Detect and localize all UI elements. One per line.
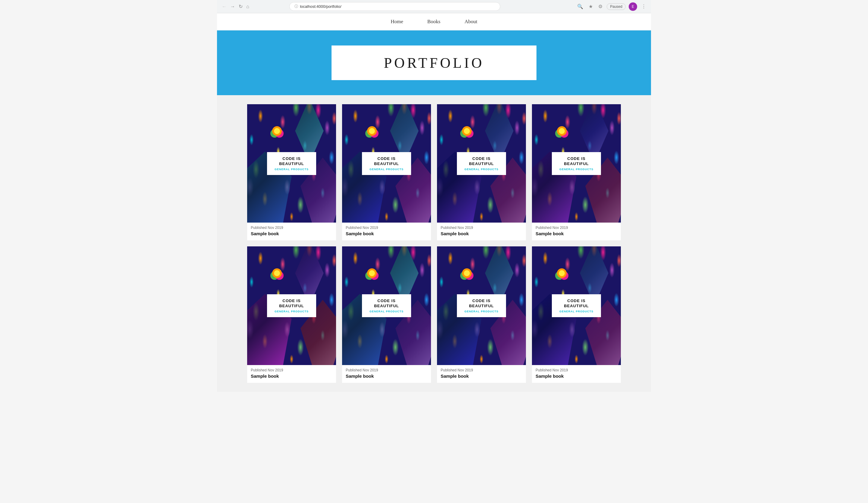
book-published: Published Nov 2019 — [251, 226, 332, 230]
books-section: CODE IS BEAUTIFUL GENERAL PRODUCTS Publi… — [217, 95, 651, 392]
book-label-subtitle: GENERAL PRODUCTS — [272, 168, 310, 171]
book-label-subtitle: GENERAL PRODUCTS — [368, 168, 405, 171]
book-title: Sample book — [441, 374, 522, 379]
book-cover: CODE IS BEAUTIFUL GENERAL PRODUCTS — [437, 247, 526, 365]
site-nav: Home Books About — [217, 13, 651, 30]
book-card[interactable]: CODE IS BEAUTIFUL GENERAL PRODUCTS Publi… — [437, 104, 526, 240]
extension-button[interactable]: ⚙ — [597, 2, 604, 11]
book-label-title: CODE IS BEAUTIFUL — [462, 156, 500, 167]
hero-banner: PORTFOLIO — [217, 30, 651, 95]
hero-title: PORTFOLIO — [355, 54, 513, 71]
books-grid: CODE IS BEAUTIFUL GENERAL PRODUCTS Publi… — [247, 104, 621, 383]
book-label: CODE IS BEAUTIFUL GENERAL PRODUCTS — [552, 152, 601, 175]
profile-initial: E — [632, 4, 634, 9]
book-cover-flower — [464, 270, 470, 276]
book-cover: CODE IS BEAUTIFUL GENERAL PRODUCTS — [532, 247, 621, 365]
book-label-title: CODE IS BEAUTIFUL — [557, 156, 595, 167]
book-info: Published Nov 2019 Sample book — [532, 365, 621, 383]
book-label: CODE IS BEAUTIFUL GENERAL PRODUCTS — [267, 294, 316, 317]
book-info: Published Nov 2019 Sample book — [342, 365, 431, 383]
book-published: Published Nov 2019 — [536, 368, 617, 372]
book-label-subtitle: GENERAL PRODUCTS — [462, 168, 500, 171]
book-card[interactable]: CODE IS BEAUTIFUL GENERAL PRODUCTS Publi… — [532, 104, 621, 240]
book-label: CODE IS BEAUTIFUL GENERAL PRODUCTS — [362, 294, 411, 317]
back-button[interactable]: ← — [220, 3, 228, 10]
book-info: Published Nov 2019 Sample book — [247, 223, 336, 240]
paused-badge[interactable]: Paused — [607, 3, 626, 10]
browser-chrome: ← → ↻ ⌂ ⓘ localhost:4000/portfolio/ 🔍 ★ … — [217, 0, 651, 13]
book-label-title: CODE IS BEAUTIFUL — [272, 156, 310, 167]
url-text: localhost:4000/portfolio/ — [300, 4, 341, 9]
book-cover-flower — [369, 270, 375, 276]
book-card[interactable]: CODE IS BEAUTIFUL GENERAL PRODUCTS Publi… — [342, 247, 431, 383]
search-button[interactable]: 🔍 — [576, 2, 585, 11]
book-label-subtitle: GENERAL PRODUCTS — [557, 310, 595, 313]
book-card[interactable]: CODE IS BEAUTIFUL GENERAL PRODUCTS Publi… — [247, 247, 336, 383]
book-label: CODE IS BEAUTIFUL GENERAL PRODUCTS — [267, 152, 316, 175]
book-label-subtitle: GENERAL PRODUCTS — [462, 310, 500, 313]
profile-button[interactable]: E — [629, 2, 637, 11]
book-published: Published Nov 2019 — [346, 226, 427, 230]
bookmark-button[interactable]: ★ — [587, 2, 594, 11]
nav-books[interactable]: Books — [427, 19, 440, 25]
book-label: CODE IS BEAUTIFUL GENERAL PRODUCTS — [457, 152, 506, 175]
book-title: Sample book — [536, 231, 617, 236]
nav-home[interactable]: Home — [391, 19, 403, 25]
book-label-title: CODE IS BEAUTIFUL — [368, 156, 405, 167]
lock-icon: ⓘ — [294, 4, 298, 9]
book-cover-flower — [274, 128, 280, 134]
forward-button[interactable]: → — [229, 3, 236, 10]
book-title: Sample book — [441, 231, 522, 236]
book-info: Published Nov 2019 Sample book — [247, 365, 336, 383]
book-published: Published Nov 2019 — [536, 226, 617, 230]
book-title: Sample book — [346, 374, 427, 379]
book-title: Sample book — [346, 231, 427, 236]
book-cover: CODE IS BEAUTIFUL GENERAL PRODUCTS — [532, 104, 621, 223]
reload-button[interactable]: ↻ — [238, 3, 244, 10]
book-published: Published Nov 2019 — [346, 368, 427, 372]
book-title: Sample book — [251, 374, 332, 379]
browser-nav-buttons: ← → ↻ ⌂ — [220, 3, 250, 10]
book-label-title: CODE IS BEAUTIFUL — [557, 298, 595, 309]
book-cover: CODE IS BEAUTIFUL GENERAL PRODUCTS — [247, 104, 336, 223]
book-label-subtitle: GENERAL PRODUCTS — [368, 310, 405, 313]
book-cover: CODE IS BEAUTIFUL GENERAL PRODUCTS — [342, 104, 431, 223]
hero-title-box: PORTFOLIO — [331, 45, 537, 80]
book-card[interactable]: CODE IS BEAUTIFUL GENERAL PRODUCTS Publi… — [437, 247, 526, 383]
book-title: Sample book — [536, 374, 617, 379]
book-label-subtitle: GENERAL PRODUCTS — [272, 310, 310, 313]
paused-label: Paused — [610, 4, 622, 9]
book-info: Published Nov 2019 Sample book — [437, 223, 526, 240]
book-cover-flower — [274, 270, 280, 276]
book-label-title: CODE IS BEAUTIFUL — [368, 298, 405, 309]
book-label-title: CODE IS BEAUTIFUL — [462, 298, 500, 309]
book-published: Published Nov 2019 — [251, 368, 332, 372]
book-card[interactable]: CODE IS BEAUTIFUL GENERAL PRODUCTS Publi… — [247, 104, 336, 240]
book-cover-flower — [369, 128, 375, 134]
book-info: Published Nov 2019 Sample book — [437, 365, 526, 383]
book-info: Published Nov 2019 Sample book — [342, 223, 431, 240]
book-info: Published Nov 2019 Sample book — [532, 223, 621, 240]
book-label: CODE IS BEAUTIFUL GENERAL PRODUCTS — [362, 152, 411, 175]
address-bar[interactable]: ⓘ localhost:4000/portfolio/ — [289, 2, 500, 11]
book-cover: CODE IS BEAUTIFUL GENERAL PRODUCTS — [437, 104, 526, 223]
book-cover: CODE IS BEAUTIFUL GENERAL PRODUCTS — [247, 247, 336, 365]
menu-button[interactable]: ⋮ — [640, 2, 648, 11]
book-cover-flower — [559, 270, 565, 276]
book-label: CODE IS BEAUTIFUL GENERAL PRODUCTS — [457, 294, 506, 317]
book-card[interactable]: CODE IS BEAUTIFUL GENERAL PRODUCTS Publi… — [532, 247, 621, 383]
book-cover-flower — [464, 128, 470, 134]
book-label: CODE IS BEAUTIFUL GENERAL PRODUCTS — [552, 294, 601, 317]
book-title: Sample book — [251, 231, 332, 236]
book-published: Published Nov 2019 — [441, 226, 522, 230]
book-label-title: CODE IS BEAUTIFUL — [272, 298, 310, 309]
book-cover: CODE IS BEAUTIFUL GENERAL PRODUCTS — [342, 247, 431, 365]
book-published: Published Nov 2019 — [441, 368, 522, 372]
home-button[interactable]: ⌂ — [245, 3, 250, 10]
book-label-subtitle: GENERAL PRODUCTS — [557, 168, 595, 171]
book-cover-flower — [559, 128, 565, 134]
book-card[interactable]: CODE IS BEAUTIFUL GENERAL PRODUCTS Publi… — [342, 104, 431, 240]
browser-actions: 🔍 ★ ⚙ Paused E ⋮ — [576, 2, 648, 11]
nav-about[interactable]: About — [464, 19, 477, 25]
